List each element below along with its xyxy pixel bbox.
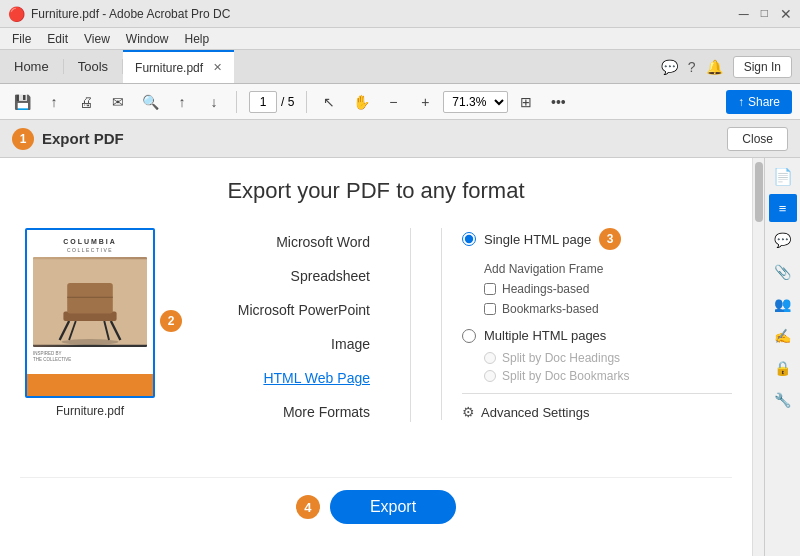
step-4-badge: 4: [296, 495, 320, 519]
menu-view[interactable]: View: [76, 30, 118, 48]
single-html-label: Single HTML page: [484, 232, 591, 247]
format-spreadsheet[interactable]: Spreadsheet: [190, 266, 370, 286]
upload-button[interactable]: ↑: [40, 88, 68, 116]
headings-label: Headings-based: [502, 282, 589, 296]
zoom-select[interactable]: 71.3% 50% 100% 150%: [443, 91, 508, 113]
sidebar-comment-icon[interactable]: 💬: [769, 226, 797, 254]
maximize-btn[interactable]: □: [761, 6, 768, 22]
main-panel: Export your PDF to any format COLUMBIA C…: [0, 158, 752, 556]
bookmarks-label: Bookmarks-based: [502, 302, 599, 316]
export-content: Export your PDF to any format COLUMBIA C…: [0, 158, 752, 556]
tab-right-area: 💬 ? 🔔 Sign In: [661, 50, 800, 83]
advanced-settings[interactable]: ⚙ Advanced Settings: [462, 404, 732, 420]
multiple-html-option[interactable]: Multiple HTML pages: [462, 328, 732, 343]
scrollbar-thumb[interactable]: [755, 162, 763, 222]
headings-checkbox-option[interactable]: Headings-based: [484, 282, 732, 296]
sidebar-pdf-icon[interactable]: 📄: [769, 162, 797, 190]
sign-in-button[interactable]: Sign In: [733, 56, 792, 78]
more-tools-button[interactable]: •••: [544, 88, 572, 116]
search-button[interactable]: 🔍: [136, 88, 164, 116]
share-icon: ↑: [738, 95, 744, 109]
sidebar-attachment-icon[interactable]: 📎: [769, 258, 797, 286]
separator-2: [306, 91, 307, 113]
export-heading: Export your PDF to any format: [20, 178, 732, 204]
single-html-radio[interactable]: [462, 232, 476, 246]
prev-page-button[interactable]: ↑: [168, 88, 196, 116]
format-html[interactable]: HTML Web Page: [190, 368, 370, 388]
pdf-filename: Furniture.pdf: [56, 404, 124, 418]
export-header: 1 Export PDF Close: [0, 120, 800, 158]
export-title-text: Export PDF: [42, 130, 124, 147]
tab-home[interactable]: Home: [0, 59, 64, 74]
options-divider: [462, 393, 732, 394]
separator-1: [236, 91, 237, 113]
split-headings-radio: [484, 352, 496, 364]
menu-bar: File Edit View Window Help: [0, 28, 800, 50]
help-icon[interactable]: ?: [688, 59, 696, 75]
menu-help[interactable]: Help: [177, 30, 218, 48]
minimize-btn[interactable]: ─: [739, 6, 749, 22]
step-1-badge: 1: [12, 128, 34, 150]
right-sidebar: 📄 ≡ 💬 📎 👥 ✍ 🔒 🔧: [764, 158, 800, 556]
sidebar-collaborate-icon[interactable]: 👥: [769, 290, 797, 318]
email-button[interactable]: ✉: [104, 88, 132, 116]
menu-file[interactable]: File: [4, 30, 39, 48]
zoom-out-button[interactable]: −: [379, 88, 407, 116]
options-panel: Single HTML page 3 Add Navigation Frame …: [441, 228, 732, 420]
tab-close-icon[interactable]: ✕: [213, 61, 222, 74]
export-btn-wrapper: 4 Export: [296, 490, 456, 524]
sidebar-protect-icon[interactable]: 🔒: [769, 354, 797, 382]
bookmarks-checkbox-option[interactable]: Bookmarks-based: [484, 302, 732, 316]
export-body: COLUMBIA COLLECTIVE: [20, 228, 732, 422]
step-3-badge: 3: [599, 228, 621, 250]
next-page-button[interactable]: ↓: [200, 88, 228, 116]
close-button[interactable]: Close: [727, 127, 788, 151]
headings-checkbox[interactable]: [484, 283, 496, 295]
page-separator: / 5: [281, 95, 294, 109]
app-icon: 🔴: [8, 6, 25, 22]
sidebar-format-icon[interactable]: ≡: [769, 194, 797, 222]
thumbnail-bar: [27, 374, 153, 396]
format-image[interactable]: Image: [190, 334, 370, 354]
format-more[interactable]: More Formats: [190, 402, 370, 422]
save-button[interactable]: 💾: [8, 88, 36, 116]
split-bookmarks-label: Split by Doc Bookmarks: [502, 369, 629, 383]
tab-home-tools: Home Tools: [0, 50, 123, 83]
zoom-in-button[interactable]: +: [411, 88, 439, 116]
split-headings-label: Split by Doc Headings: [502, 351, 620, 365]
close-btn[interactable]: ✕: [780, 6, 792, 22]
thumbnail-text: INSPIRED BYTHE COLLECTIVE: [33, 351, 147, 364]
menu-edit[interactable]: Edit: [39, 30, 76, 48]
split-bookmarks-option[interactable]: Split by Doc Bookmarks: [484, 369, 732, 383]
export-footer: 4 Export: [20, 477, 732, 536]
tab-document[interactable]: Furniture.pdf ✕: [123, 50, 234, 83]
thumbnail-sub: COLLECTIVE: [33, 247, 147, 253]
format-word[interactable]: Microsoft Word: [190, 232, 370, 252]
print-button[interactable]: 🖨: [72, 88, 100, 116]
tab-tools[interactable]: Tools: [64, 59, 123, 74]
menu-window[interactable]: Window: [118, 30, 177, 48]
scrollbar[interactable]: [752, 158, 764, 556]
share-button[interactable]: ↑ Share: [726, 90, 792, 114]
thumbnail-image: [33, 257, 147, 347]
share-label: Share: [748, 95, 780, 109]
hand-tool[interactable]: ✋: [347, 88, 375, 116]
format-list: Microsoft Word Spreadsheet Microsoft Pow…: [190, 228, 370, 422]
document-tab-label: Furniture.pdf: [135, 61, 203, 75]
format-section: 2 Microsoft Word Spreadsheet Microsoft P…: [190, 228, 370, 422]
multiple-html-radio[interactable]: [462, 329, 476, 343]
sidebar-fill-sign-icon[interactable]: ✍: [769, 322, 797, 350]
tab-bar: Home Tools Furniture.pdf ✕ 💬 ? 🔔 Sign In: [0, 50, 800, 84]
pdf-thumbnail: COLUMBIA COLLECTIVE: [25, 228, 155, 398]
sidebar-tools-icon[interactable]: 🔧: [769, 386, 797, 414]
export-button[interactable]: Export: [330, 490, 456, 524]
notification-icon[interactable]: 🔔: [706, 59, 723, 75]
cursor-tool[interactable]: ↖: [315, 88, 343, 116]
bookmarks-checkbox[interactable]: [484, 303, 496, 315]
fit-page-button[interactable]: ⊞: [512, 88, 540, 116]
single-html-option[interactable]: Single HTML page: [462, 232, 591, 247]
split-headings-option[interactable]: Split by Doc Headings: [484, 351, 732, 365]
chat-icon[interactable]: 💬: [661, 59, 678, 75]
format-powerpoint[interactable]: Microsoft PowerPoint: [190, 300, 370, 320]
page-number-input[interactable]: [249, 91, 277, 113]
